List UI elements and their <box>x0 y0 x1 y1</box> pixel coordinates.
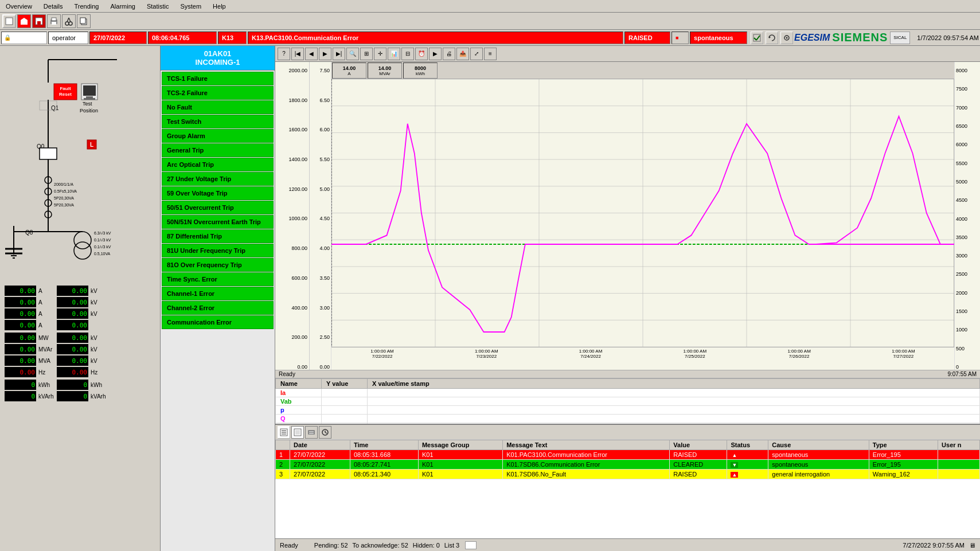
chart-zoom-in[interactable]: 🔍 <box>346 48 359 60</box>
chart-prev[interactable]: ◀ <box>305 48 318 60</box>
alarm-generaltrip[interactable]: General Trip <box>162 143 274 157</box>
vc-unit: kV <box>91 311 107 317</box>
list-icon <box>465 541 477 549</box>
data-q-x <box>368 415 980 423</box>
chart-table[interactable]: ⊟ <box>401 48 414 60</box>
chart-clock[interactable]: ⏰ <box>415 48 428 60</box>
alarm-testswitch[interactable]: Test Switch <box>162 115 274 128</box>
svg-line-11 <box>69 18 71 22</box>
tb-print[interactable] <box>47 14 61 28</box>
row-value: RAISED <box>670 450 727 460</box>
th-value: Value <box>670 440 727 450</box>
table-tb-1[interactable] <box>278 426 290 439</box>
svg-text:0.5Fs5,10VA: 0.5Fs5,10VA <box>54 189 77 193</box>
chart-zoom-select[interactable]: ⊞ <box>360 48 373 60</box>
menu-alarming[interactable]: Alarming <box>104 2 140 11</box>
alarm-groupalarm[interactable]: Group Alarm <box>162 129 274 143</box>
alarm-channel1[interactable]: Channel-1 Error <box>162 287 274 300</box>
row-time: 08:05:21.340 <box>350 470 418 479</box>
table-scroll[interactable]: Date Time Message Group Message Text Val… <box>275 440 980 538</box>
chart-print[interactable]: 🖨 <box>443 48 455 60</box>
chart-area: 2000.00 1800.00 1600.00 1400.00 1200.00 … <box>275 62 980 424</box>
alarm-differential[interactable]: 87 Differential Trip <box>162 229 274 243</box>
chart-data-mode[interactable]: 📊 <box>388 48 400 60</box>
bottom-datetime: 7/27/2022 9:07:55 AM <box>903 542 965 549</box>
tb-open-red[interactable] <box>17 14 31 28</box>
menu-details[interactable]: Details <box>38 2 69 11</box>
alarm-overcurrent[interactable]: 50/51 Overcurrent Trip <box>162 201 274 214</box>
alarm-list: TCS-1 Failure TCS-2 Failure No Fault Tes… <box>161 71 275 331</box>
table-row: 2 27/07/2022 08:05:27.741 K01 K01.7SD86.… <box>276 460 980 470</box>
menu-trending[interactable]: Trending <box>68 2 104 11</box>
acknowledge-button[interactable] <box>751 32 763 44</box>
table-tb-3[interactable] <box>305 426 318 439</box>
chart-realtime[interactable]: ▶ <box>429 48 442 60</box>
header-line1: 01AK01 <box>164 49 271 58</box>
chart-last[interactable]: ▶| <box>333 48 345 60</box>
svg-rect-6 <box>52 18 56 21</box>
row-date: 27/07/2022 <box>290 470 350 479</box>
svg-text:Position: Position <box>80 108 98 114</box>
row-user <box>938 450 980 460</box>
row-num: 3 <box>276 470 290 479</box>
alarm-commerror[interactable]: Communication Error <box>162 315 274 329</box>
chart-svg-container[interactable] <box>331 79 954 347</box>
tb-save[interactable] <box>32 14 46 28</box>
row-user <box>938 470 980 479</box>
chart-next[interactable]: ▶ <box>319 48 331 60</box>
alarm-overcurrent-earth[interactable]: 50N/51N Overcurrent Earth Trip <box>162 215 274 229</box>
alarm-overvoltage[interactable]: 59 Over Voltage Trip <box>162 186 274 200</box>
alarm-tcs2[interactable]: TCS-2 Failure <box>162 86 274 100</box>
settings-button[interactable] <box>780 32 793 44</box>
table-tb-4[interactable] <box>319 426 331 439</box>
in-value: 0.00 <box>5 320 36 330</box>
bottom-hidden: Hidden: 0 <box>413 542 440 549</box>
chart-export[interactable]: 📤 <box>456 48 469 60</box>
table-tb-2[interactable] <box>291 426 304 439</box>
svg-point-53 <box>74 232 91 249</box>
chart-first[interactable]: |◀ <box>291 48 304 60</box>
alarm-timesync[interactable]: Time Sync. Error <box>162 272 274 286</box>
x-label-1: 1:00:00 AM7/22/2022 <box>333 349 432 369</box>
unit-MW: 8000 kWh <box>403 62 438 79</box>
data-wp-y <box>322 423 368 424</box>
tb-cut[interactable] <box>62 14 76 28</box>
menu-system[interactable]: System <box>174 2 207 11</box>
statusbar: 🔒 operator 27/07/2022 08:06:04.765 K13 K… <box>0 30 980 46</box>
tb-copy[interactable] <box>77 14 91 28</box>
svg-rect-4 <box>37 21 41 25</box>
unit-headers: 14.00 A 14.00 MVAr 8000 kWh <box>331 62 954 79</box>
alarm-overfreq[interactable]: 81O Over Frequency Trip <box>162 258 274 272</box>
tb-new[interactable] <box>2 14 16 28</box>
location-text: K13 <box>222 34 233 41</box>
egesim-logo: EGESIM <box>794 33 830 43</box>
status-icon: ■ <box>676 35 678 41</box>
chart-crosshair[interactable]: ✛ <box>374 48 386 60</box>
y-1200: 1200.00 <box>275 186 307 192</box>
svg-text:5P20,30VA: 5P20,30VA <box>54 196 74 200</box>
menu-overview[interactable]: Overview <box>0 2 38 11</box>
svg-marker-17 <box>769 36 771 38</box>
alarm-tcs1[interactable]: TCS-1 Failure <box>162 72 274 85</box>
alarm-channel2[interactable]: Channel-2 Error <box>162 301 274 315</box>
row-group: K01 <box>418 450 502 460</box>
fr-value: 0.00 <box>57 367 88 377</box>
data-p-y <box>322 406 368 415</box>
alarm-undervoltage[interactable]: 27 Under Voltage Trip <box>162 172 274 186</box>
row-date: 27/07/2022 <box>290 450 350 460</box>
va-value: 0.00 <box>57 286 88 296</box>
alarm-nofault[interactable]: No Fault <box>162 100 274 114</box>
svg-rect-1 <box>21 20 28 25</box>
menu-help[interactable]: Help <box>207 2 232 11</box>
y-axis-right: 8000 7500 7000 6500 6000 5500 5000 4500 … <box>954 62 980 370</box>
chart-config[interactable]: ≡ <box>484 48 497 60</box>
alarm-arcoptical[interactable]: Arc Optical Trip <box>162 158 274 171</box>
chart-help[interactable]: ? <box>278 48 290 60</box>
alarm-underfreq[interactable]: 81U Under Frequency Trip <box>162 244 274 257</box>
refresh-button[interactable] <box>766 32 778 44</box>
unit-A: 14.00 A <box>332 62 366 79</box>
data-wp-x <box>368 423 980 424</box>
chart-expand[interactable]: ⤢ <box>470 48 483 60</box>
menu-statistic[interactable]: Statistic <box>141 2 175 11</box>
f-unit: Hz <box>38 369 54 376</box>
